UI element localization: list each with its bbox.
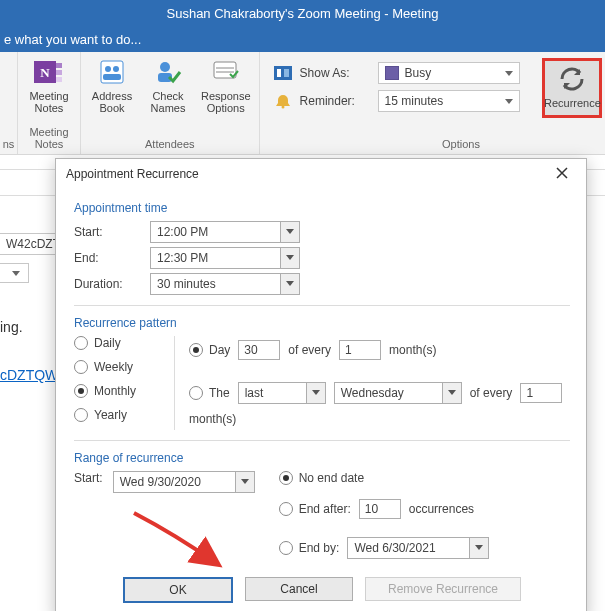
months-label-2: month(s) xyxy=(189,412,236,426)
svg-rect-3 xyxy=(56,70,62,75)
show-as-value: Busy xyxy=(405,66,432,80)
recurrence-icon xyxy=(556,63,588,95)
radio-no-end-date[interactable]: No end date xyxy=(279,471,570,485)
radio-weekly[interactable]: Weekly xyxy=(74,360,166,374)
response-options-button[interactable]: Response Options xyxy=(201,56,251,114)
radio-yearly[interactable]: Yearly xyxy=(74,408,166,422)
svg-point-15 xyxy=(281,106,284,109)
range-start-combo[interactable]: Wed 9/30/2020 xyxy=(113,471,255,493)
range-of-recurrence-section: Range of recurrence Start: Wed 9/30/2020… xyxy=(74,451,570,563)
radio-end-by[interactable]: End by: xyxy=(279,541,340,555)
duration-combo[interactable]: 30 minutes xyxy=(150,273,300,295)
check-names-label: Check Names xyxy=(151,90,186,114)
appointment-time-legend: Appointment time xyxy=(74,201,570,215)
of-every-label-1: of every xyxy=(288,343,331,357)
recurrence-label: Recurrence xyxy=(544,97,601,109)
onenote-icon: N xyxy=(33,56,65,88)
occurrences-label: occurrences xyxy=(409,502,474,516)
duration-label: Duration: xyxy=(74,277,140,291)
appointment-time-section: Appointment time Start: 12:00 PM End: 12… xyxy=(74,201,570,295)
ordinal-combo[interactable]: last xyxy=(238,382,326,404)
start-time-combo[interactable]: 12:00 PM xyxy=(150,221,300,243)
end-time-combo[interactable]: 12:30 PM xyxy=(150,247,300,269)
meeting-notes-label: Meeting Notes xyxy=(29,90,68,114)
radio-day-of-month[interactable]: Day xyxy=(189,343,230,357)
range-start-label: Start: xyxy=(74,471,103,485)
remove-recurrence-button[interactable]: Remove Recurrence xyxy=(365,577,521,601)
weekday-combo[interactable]: Wednesday xyxy=(334,382,462,404)
busy-swatch-icon xyxy=(385,66,399,80)
dialog-button-row: OK Cancel Remove Recurrence xyxy=(74,577,570,603)
group-label-left: ns xyxy=(2,136,15,154)
group-label-attendees: Attendees xyxy=(89,136,251,154)
bg-dropdown-fragment[interactable] xyxy=(0,263,29,283)
group-label-options: Options xyxy=(268,136,605,154)
dialog-close-button[interactable] xyxy=(548,163,576,185)
recurrence-pattern-legend: Recurrence pattern xyxy=(74,316,570,330)
svg-rect-8 xyxy=(103,74,121,80)
svg-point-7 xyxy=(113,66,119,72)
svg-rect-13 xyxy=(277,69,281,77)
end-by-combo[interactable]: Wed 6/30/2021 xyxy=(347,537,489,559)
end-after-input[interactable]: 10 xyxy=(359,499,401,519)
radio-the-nth[interactable]: The xyxy=(189,386,230,400)
tell-me-bar[interactable]: e what you want to do... xyxy=(0,28,605,52)
svg-rect-14 xyxy=(284,69,289,77)
window-title: Sushan Chakraborty's Zoom Meeting - Meet… xyxy=(0,0,605,28)
check-names-button[interactable]: Check Names xyxy=(145,56,191,114)
dialog-title: Appointment Recurrence xyxy=(66,167,199,181)
ribbon: ns N Meeting Notes Meeting Notes Address… xyxy=(0,52,605,155)
every-num-input-1[interactable]: 1 xyxy=(339,340,381,360)
meeting-notes-button[interactable]: N Meeting Notes xyxy=(26,56,72,114)
recurrence-button[interactable]: Recurrence xyxy=(542,58,602,118)
show-as-select[interactable]: Busy xyxy=(378,62,520,84)
show-as-label: Show As: xyxy=(300,66,370,80)
svg-point-9 xyxy=(160,62,170,72)
check-names-icon xyxy=(152,56,184,88)
close-icon xyxy=(556,166,568,182)
svg-rect-2 xyxy=(56,63,62,68)
address-book-button[interactable]: Address Book xyxy=(89,56,135,114)
response-options-icon xyxy=(210,56,242,88)
reminder-icon xyxy=(274,93,292,109)
start-time-label: Start: xyxy=(74,225,140,239)
reminder-select[interactable]: 15 minutes xyxy=(378,90,520,112)
radio-end-after[interactable]: End after: xyxy=(279,502,351,516)
address-book-icon xyxy=(96,56,128,88)
months-label-1: month(s) xyxy=(389,343,436,357)
reminder-value: 15 minutes xyxy=(385,94,444,108)
range-legend: Range of recurrence xyxy=(74,451,570,465)
radio-monthly[interactable]: Monthly xyxy=(74,384,166,398)
show-as-icon xyxy=(274,66,292,80)
svg-text:N: N xyxy=(40,65,50,80)
cancel-button[interactable]: Cancel xyxy=(245,577,353,601)
svg-rect-4 xyxy=(56,77,62,82)
recurrence-pattern-section: Recurrence pattern Daily Weekly Monthly … xyxy=(74,316,570,430)
svg-point-6 xyxy=(105,66,111,72)
body-area: W42cDZTQW ing. cDZTQWh Appointment Recur… xyxy=(0,155,605,611)
reminder-label: Reminder: xyxy=(300,94,370,108)
of-every-label-2: of every xyxy=(470,386,513,400)
day-num-input[interactable]: 30 xyxy=(238,340,280,360)
ok-button[interactable]: OK xyxy=(123,577,233,603)
bg-body-text: ing. xyxy=(0,319,23,335)
radio-daily[interactable]: Daily xyxy=(74,336,166,350)
svg-rect-12 xyxy=(274,66,292,80)
address-book-label: Address Book xyxy=(92,90,132,114)
group-label-meeting-notes: Meeting Notes xyxy=(26,124,72,154)
end-time-label: End: xyxy=(74,251,140,265)
response-options-label: Response Options xyxy=(201,90,251,114)
every-num-input-2[interactable]: 1 xyxy=(520,383,562,403)
appointment-recurrence-dialog: Appointment Recurrence Appointment time … xyxy=(55,158,587,611)
